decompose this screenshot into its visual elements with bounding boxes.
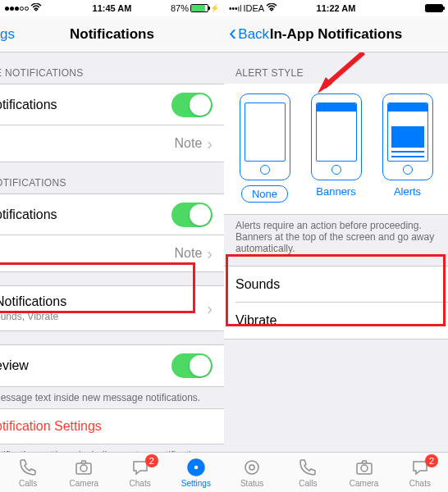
tab-camera[interactable]: Camera <box>56 453 112 492</box>
status-time: 11:45 AM <box>93 3 132 13</box>
wifi-icon <box>266 2 277 14</box>
tab-calls[interactable]: Calls <box>280 453 336 492</box>
phone-icon <box>18 458 38 477</box>
gear-icon <box>186 458 206 477</box>
sounds-row[interactable]: Sounds <box>224 266 448 303</box>
status-icon <box>242 458 262 477</box>
screen-in-app-notifications: •••ıl IDEA 11:22 AM Back In-App Notifica… <box>224 0 448 492</box>
sound-row[interactable]: Note › <box>0 125 224 162</box>
show-preview-toggle[interactable] <box>171 353 213 378</box>
phone-icon <box>298 458 318 477</box>
preview-footnote: nessage text inside new message notifica… <box>0 387 224 408</box>
show-notifications-row[interactable]: otifications <box>0 84 224 125</box>
nav-title: Notifications <box>70 26 154 43</box>
group-notifications-row[interactable]: otifications <box>0 194 224 235</box>
tab-chats[interactable]: Chats 2 <box>392 453 448 492</box>
svg-point-4 <box>245 461 258 474</box>
chevron-right-icon: › <box>207 244 213 263</box>
section-header-group: OTIFICATIONS <box>0 162 224 194</box>
status-time: 11:22 AM <box>317 3 356 13</box>
tab-bar: Status Calls Camera Chats 2 <box>224 452 448 492</box>
alert-style-footnote: Alerts require an action before proceedi… <box>224 215 448 259</box>
svg-point-1 <box>80 465 87 472</box>
signal-dots-icon <box>5 7 29 11</box>
battery-icon <box>190 4 208 12</box>
chevron-right-icon: › <box>207 299 213 318</box>
chats-badge: 2 <box>145 454 158 467</box>
tab-bar: Calls Camera Chats 2 Settings <box>0 452 224 492</box>
tab-settings[interactable]: Settings <box>168 453 224 492</box>
alert-style-alerts[interactable]: Alerts <box>375 93 441 203</box>
camera-icon <box>74 458 94 477</box>
battery-icon <box>425 4 443 12</box>
nav-back-fragment[interactable]: gs <box>0 26 15 43</box>
nav-bar: Back In-App Notifications <box>224 16 448 52</box>
chats-badge: 2 <box>425 454 438 467</box>
camera-icon <box>354 458 374 477</box>
nav-title: In-App Notifications <box>270 26 402 43</box>
screen-notifications: 11:45 AM 87% ⚡ gs Notifications E NOTIFI… <box>0 0 224 492</box>
group-sound-row[interactable]: Note › <box>0 235 224 271</box>
alert-style-none[interactable]: None <box>232 93 298 203</box>
vibrate-row[interactable]: Vibrate <box>224 303 448 339</box>
svg-point-3 <box>194 465 199 470</box>
chevron-right-icon: › <box>207 134 213 153</box>
battery-percent: 87% <box>171 3 189 13</box>
status-bar: •••ıl IDEA 11:22 AM <box>224 0 448 16</box>
show-notifications-toggle[interactable] <box>171 93 213 117</box>
reset-notification-settings[interactable]: otification Settings <box>0 408 224 444</box>
in-app-notifications-row[interactable]: Notifications ounds, Vibrate › <box>0 286 224 330</box>
tab-calls[interactable]: Calls <box>0 453 56 492</box>
svg-point-5 <box>249 465 254 470</box>
tab-status[interactable]: Status <box>224 453 280 492</box>
group-notifications-toggle[interactable] <box>171 203 213 227</box>
alert-style-picker: None Banners Alerts <box>224 84 448 215</box>
section-header-alert-style: ALERT STYLE <box>224 52 448 84</box>
tab-camera[interactable]: Camera <box>336 453 392 492</box>
show-preview-row[interactable]: eview <box>0 345 224 386</box>
wifi-icon <box>30 2 42 14</box>
back-button[interactable]: Back <box>229 26 269 43</box>
svg-point-7 <box>361 465 368 472</box>
section-header-message: E NOTIFICATIONS <box>0 52 224 84</box>
nav-bar: gs Notifications <box>0 16 224 52</box>
status-bar: 11:45 AM 87% ⚡ <box>0 0 224 16</box>
carrier-label: IDEA <box>244 3 265 13</box>
tab-chats[interactable]: Chats 2 <box>112 453 168 492</box>
alert-style-banners[interactable]: Banners <box>304 93 369 203</box>
